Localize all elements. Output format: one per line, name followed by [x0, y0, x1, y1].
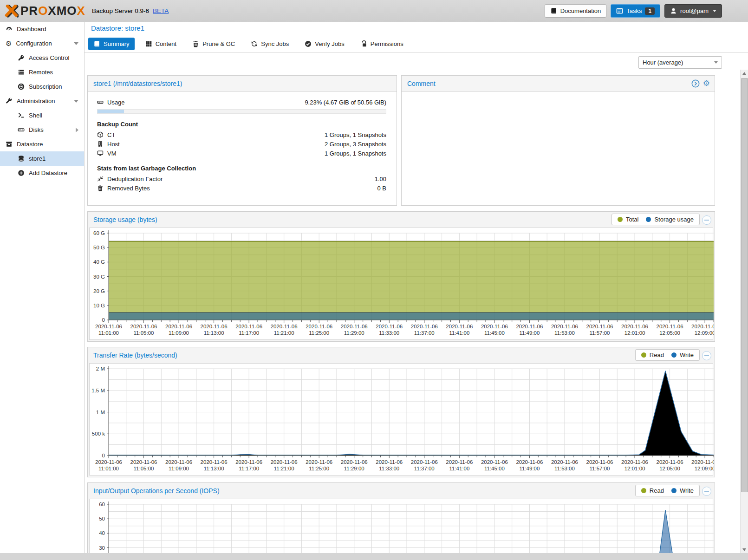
svg-text:2020-11-06: 2020-11-06 — [657, 459, 683, 465]
svg-text:2020-11-06: 2020-11-06 — [341, 324, 368, 329]
svg-text:2020-11-06: 2020-11-06 — [201, 324, 228, 329]
svg-text:12:01:00: 12:01:00 — [624, 466, 645, 471]
sidebar-item-shell[interactable]: Shell — [0, 108, 84, 123]
sidebar-item-subscription[interactable]: Subscription — [0, 79, 84, 94]
trash-icon — [192, 40, 199, 47]
sidebar-item-access-control[interactable]: Access Control — [0, 51, 84, 65]
svg-text:12:09:00: 12:09:00 — [695, 466, 714, 471]
legend-item-write[interactable]: Write — [671, 487, 694, 494]
scroll-up-icon[interactable] — [742, 72, 746, 75]
svg-text:11:29:00: 11:29:00 — [344, 330, 364, 336]
svg-text:2020-11-06: 2020-11-06 — [95, 324, 122, 329]
proxmox-logo: PROXMOX — [5, 4, 85, 18]
sidebar-item-configuration[interactable]: ⚙ Configuration — [0, 36, 84, 51]
building-icon — [97, 141, 104, 147]
legend-item-read[interactable]: Read — [641, 352, 664, 358]
scroll-down-icon[interactable] — [742, 548, 746, 551]
svg-text:2020-11-06: 2020-11-06 — [165, 459, 192, 465]
svg-text:2020-11-06: 2020-11-06 — [516, 324, 543, 329]
wrench-icon — [6, 98, 13, 104]
check-circle-icon — [305, 40, 312, 47]
svg-text:11:21:00: 11:21:00 — [274, 330, 294, 336]
svg-text:11:33:00: 11:33:00 — [379, 330, 399, 336]
chart-legend: Read Write — [635, 349, 700, 361]
svg-text:500 k: 500 k — [92, 431, 105, 436]
svg-text:1 M: 1 M — [96, 410, 105, 415]
archive-icon — [6, 141, 13, 148]
documentation-button[interactable]: Documentation — [545, 4, 606, 18]
svg-text:11:05:00: 11:05:00 — [134, 466, 154, 471]
svg-text:50: 50 — [99, 516, 105, 521]
viewport-bottom-edge — [0, 553, 748, 560]
header-bar: PROXMOX Backup Server 0.9-6 BETA Documen… — [0, 0, 748, 22]
collapse-arrow-icon[interactable] — [74, 42, 78, 45]
svg-text:2020-11-06: 2020-11-06 — [235, 324, 262, 329]
usage-row: Usage 9.23% (4.67 GiB of 50.56 GiB) — [97, 98, 386, 107]
scrollbar-thumb[interactable] — [741, 78, 748, 492]
tab-prune-gc[interactable]: Prune & GC — [187, 38, 240, 50]
tasks-icon — [616, 7, 623, 14]
svg-text:2020-11-06: 2020-11-06 — [201, 459, 228, 465]
tasks-button[interactable]: Tasks 1 — [611, 4, 660, 18]
list-icon — [18, 69, 25, 76]
chart-legend: Total Storage usage — [611, 214, 700, 225]
tab-sync-jobs[interactable]: Sync Jobs — [246, 38, 294, 50]
collapse-arrow-icon[interactable] — [74, 100, 78, 103]
legend-item-write[interactable]: Write — [671, 352, 694, 358]
svg-text:2020-11-06: 2020-11-06 — [621, 459, 648, 465]
tab-summary[interactable]: Summary — [88, 38, 135, 50]
svg-text:11:41:00: 11:41:00 — [449, 330, 469, 336]
beta-link[interactable]: BETA — [153, 7, 169, 14]
gear-icon[interactable]: ⚙ — [703, 79, 710, 88]
svg-text:0: 0 — [102, 317, 105, 323]
expand-arrow-icon[interactable] — [76, 128, 78, 132]
svg-text:2020-11-06: 2020-11-06 — [306, 324, 332, 329]
legend-item-storage-usage[interactable]: Storage usage — [646, 216, 694, 223]
sidebar-item-store1[interactable]: store1 — [0, 151, 84, 166]
legend-dot — [641, 352, 646, 358]
tab-permissions[interactable]: Permissions — [355, 38, 409, 50]
collapse-panel-icon[interactable] — [702, 351, 711, 360]
life-ring-icon — [18, 83, 25, 90]
svg-text:11:41:00: 11:41:00 — [449, 466, 469, 471]
gears-icon: ⚙ — [6, 40, 12, 47]
svg-text:60 G: 60 G — [93, 230, 105, 236]
svg-text:11:13:00: 11:13:00 — [204, 330, 224, 336]
sidebar-item-disks[interactable]: Disks — [0, 123, 84, 137]
legend-item-total[interactable]: Total — [618, 216, 638, 223]
sidebar: Dashboard ⚙ Configuration Access Control… — [0, 22, 85, 553]
svg-text:11:25:00: 11:25:00 — [309, 330, 329, 336]
svg-text:11:53:00: 11:53:00 — [554, 466, 575, 471]
page-title: Datastore: store1 — [91, 24, 144, 32]
sidebar-item-administration[interactable]: Administration — [0, 94, 84, 108]
hdd-icon — [97, 99, 104, 105]
legend-item-read[interactable]: Read — [641, 487, 664, 494]
database-icon — [18, 155, 25, 162]
sidebar-item-datastore[interactable]: Datastore — [0, 137, 84, 151]
svg-text:11:33:00: 11:33:00 — [379, 466, 399, 471]
svg-text:2020-11-06: 2020-11-06 — [271, 324, 298, 329]
user-menu-button[interactable]: root@pam — [664, 4, 722, 18]
legend-dot — [641, 488, 646, 493]
time-range-dropdown[interactable]: Hour (average) — [638, 56, 722, 69]
vertical-scrollbar[interactable] — [740, 70, 748, 553]
svg-text:60: 60 — [99, 501, 105, 507]
svg-text:1.5 M: 1.5 M — [91, 388, 105, 393]
svg-text:11:09:00: 11:09:00 — [169, 330, 189, 336]
collapse-panel-icon[interactable] — [702, 487, 711, 496]
collapse-panel-icon[interactable] — [702, 215, 711, 225]
sidebar-item-dashboard[interactable]: Dashboard — [0, 22, 84, 36]
svg-text:2020-11-06: 2020-11-06 — [130, 324, 157, 329]
svg-text:11:05:00: 11:05:00 — [134, 330, 154, 336]
svg-text:2020-11-06: 2020-11-06 — [481, 459, 508, 465]
expand-panel-icon[interactable] — [691, 79, 700, 88]
legend-dot — [646, 217, 651, 222]
proxmox-x-icon — [5, 5, 19, 18]
sidebar-item-add-datastore[interactable]: Add Datastore — [0, 166, 84, 180]
tab-content[interactable]: Content — [140, 38, 182, 50]
svg-text:40: 40 — [99, 530, 105, 536]
sidebar-item-remotes[interactable]: Remotes — [0, 65, 84, 79]
svg-text:2 M: 2 M — [96, 366, 105, 371]
svg-text:2020-11-06: 2020-11-06 — [446, 324, 473, 329]
tab-verify-jobs[interactable]: Verify Jobs — [299, 38, 350, 50]
